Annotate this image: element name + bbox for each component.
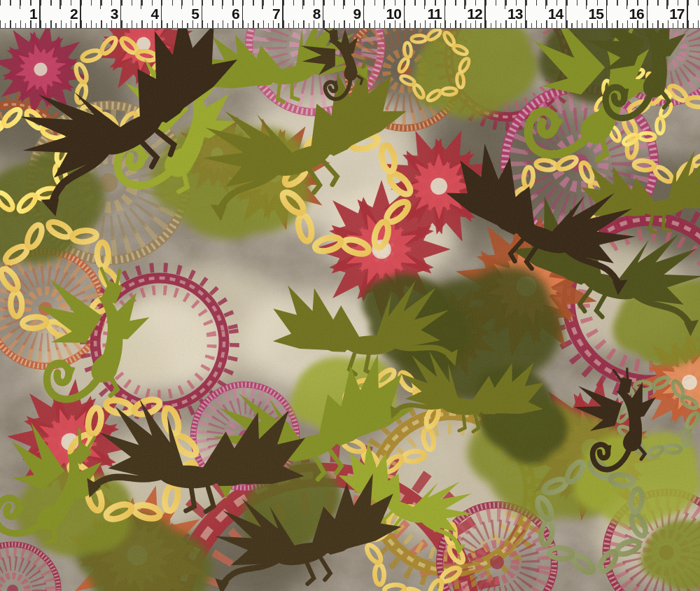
ruler-number: 16 bbox=[607, 0, 648, 28]
fabric-print bbox=[0, 29, 700, 591]
ruler-number: 2 bbox=[41, 0, 81, 28]
fabric-swatch-image: 1 2 3 4 5 6 7 8 9 10 11 12 13 14 15 16 1… bbox=[0, 0, 700, 591]
ruler-number: 11 bbox=[405, 0, 445, 28]
ruler-number: 17 bbox=[648, 0, 688, 28]
ruler-number: 4 bbox=[121, 0, 162, 28]
ruler-number: 8 bbox=[284, 0, 324, 28]
ruler-number: 15 bbox=[566, 0, 607, 28]
fabric-grain bbox=[0, 29, 700, 591]
ruler-number: 1 bbox=[0, 0, 41, 28]
ruler-number: 3 bbox=[81, 0, 122, 28]
ruler-number: 7 bbox=[243, 0, 284, 28]
ruler-number: 10 bbox=[364, 0, 405, 28]
ruler-number: 6 bbox=[202, 0, 243, 28]
ruler-number: 9 bbox=[323, 0, 364, 28]
ruler-numbers: 1 2 3 4 5 6 7 8 9 10 11 12 13 14 15 16 1… bbox=[0, 0, 700, 28]
ruler-number: 5 bbox=[162, 0, 202, 28]
ruler-number: 12 bbox=[445, 0, 486, 28]
ruler: 1 2 3 4 5 6 7 8 9 10 11 12 13 14 15 16 1… bbox=[0, 0, 700, 29]
ruler-number: 14 bbox=[526, 0, 566, 28]
ruler-number: 13 bbox=[486, 0, 526, 28]
